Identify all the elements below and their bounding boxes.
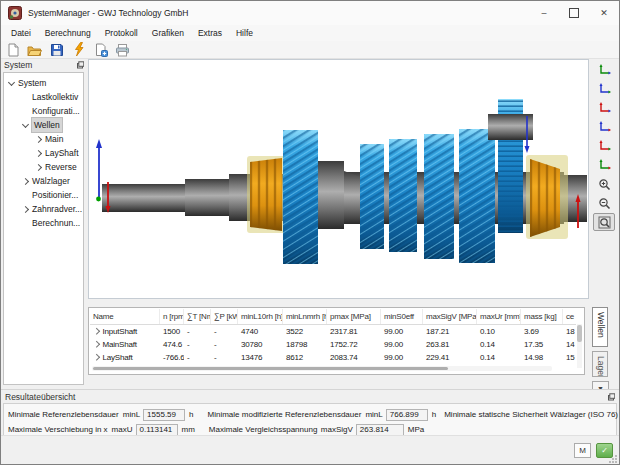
gear-3[interactable] [389,139,417,252]
axis-view-icon [598,159,611,171]
scrollbar-thumb[interactable] [577,325,582,342]
gear-large[interactable] [283,130,318,264]
menu-extras[interactable]: Extras [191,26,229,40]
row-expander-icon[interactable] [93,341,99,347]
open-file-button[interactable] [26,42,43,57]
table-row-layshaft[interactable]: LayShaft -766.67 - - 13476 8612 2083.74 … [90,351,576,364]
min-mod-referenzlebensdauer-value: 766.899 [386,409,428,421]
dock-pin-icon[interactable] [607,393,615,401]
expander-icon[interactable] [35,135,42,142]
column-header[interactable]: ce [563,309,576,324]
save-icon [50,43,64,57]
expander-icon[interactable] [35,149,42,156]
minimize-button[interactable]: – [529,1,559,25]
table-header-row: Name n [rpm] ∑T [Nm] ∑P [kW] minL10rh [h… [90,309,576,325]
axis-view-icon [598,64,611,76]
field-unit: mm [182,425,195,434]
system-tree: System Lastkollektiv Konfigurati... Well… [3,72,84,385]
tree-item-lastkollektiv[interactable]: Lastkollektiv [4,90,83,104]
resize-grip[interactable] [609,454,618,463]
menu-datei[interactable]: Datei [4,26,38,40]
scrollbar-thumb[interactable] [93,367,448,370]
lightning-icon [72,42,86,57]
column-header[interactable]: Name [90,309,160,324]
menu-hilfe[interactable]: Hilfe [229,26,260,40]
menu-protokoll[interactable]: Protokoll [98,26,145,40]
column-header[interactable]: minS0eff [381,309,423,324]
tree-item-positionierung[interactable]: Positionier... [4,188,83,202]
new-document-button[interactable] [4,42,21,57]
view-orientation-6-button[interactable] [593,156,615,174]
print-button[interactable] [114,42,131,57]
tree-item-system[interactable]: System [4,76,83,90]
menu-berechnung[interactable]: Berechnung [38,26,98,40]
save-button[interactable] [48,42,65,57]
column-header[interactable]: pmax [MPa] [327,309,381,324]
tree-item-konfiguration[interactable]: Konfigurati... [4,104,83,118]
view-orientation-2-button[interactable] [593,80,615,98]
zoom-fit-button[interactable] [593,213,615,231]
max-vergleichsspannung-value: 263.814 [356,424,404,436]
system-panel-title: System [4,60,32,70]
gear-4[interactable] [424,134,454,259]
table-vertical-scrollbar[interactable] [577,324,582,368]
column-header[interactable]: n [rpm] [160,309,184,324]
mode-button[interactable]: M [574,443,591,458]
gear-5[interactable] [459,129,495,263]
column-header[interactable]: maxSigV [MPa] [423,309,477,324]
tree-item-berechnung[interactable]: Berechnun... [4,216,83,230]
zoom-in-button[interactable] [593,175,615,193]
report-button[interactable] [92,42,109,57]
window-title: SystemManager - GWJ Technology GmbH [28,8,188,18]
expander-icon[interactable] [35,163,42,170]
view-orientation-3-button[interactable] [593,99,615,117]
table-row-mainshaft[interactable]: MainShaft 474.6 - - 30780 18798 1752.72 … [90,338,576,351]
gear-2[interactable] [360,144,384,249]
expander-icon[interactable] [22,205,29,212]
tree-item-layshaft[interactable]: LayShaft [4,146,83,160]
dock-pin-icon[interactable] [76,61,84,69]
column-header[interactable]: maxUr [mm] [477,309,521,324]
table-row-inputshaft[interactable]: InputShaft 1500 - - 4740 3522 2317.81 99… [90,325,576,338]
system-panel: System System Lastkollektiv Konfigurati.… [1,58,87,388]
bearing-left[interactable] [247,156,289,233]
tree-item-main[interactable]: Main [4,132,83,146]
column-header[interactable]: mass [kg] [521,309,563,324]
row-expander-icon[interactable] [93,354,99,360]
menu-grafiken[interactable]: Grafiken [145,26,191,40]
close-button[interactable]: ✕ [589,1,619,25]
field-unit: h [432,410,436,419]
tree-item-reverse[interactable]: Reverse [4,160,83,174]
column-header[interactable]: ∑P [kW] [211,309,238,324]
view-orientation-1-button[interactable] [593,61,615,79]
maximize-button[interactable] [559,1,589,25]
view-orientation-5-button[interactable] [593,137,615,155]
field-label: Minimale statische Sicherheit Wälzlager … [444,410,618,419]
3d-viewport[interactable] [88,59,589,299]
column-header[interactable]: minL10rh [h] [238,309,283,324]
tree-item-waelzlager[interactable]: Wälzlager [4,174,83,188]
results-panel: Resultateübersicht Minimale Referenzlebe… [1,389,619,436]
field-symbol: minL [123,410,140,419]
app-window: SystemManager - GWJ Technology GmbH – ✕ … [0,0,620,465]
tab-lager[interactable]: Lager [592,351,608,377]
view-orientation-4-button[interactable] [593,118,615,136]
zoom-out-button[interactable] [593,194,615,212]
tree-item-zahnradverbindung[interactable]: Zahnradver... [4,202,83,216]
column-header[interactable]: minLnmrh [h] [283,309,327,324]
row-expander-icon[interactable] [93,328,99,334]
result-side-tabs: Wellen Lager ▼ [592,307,618,395]
expander-icon[interactable] [8,78,15,85]
table-horizontal-scrollbar[interactable] [92,366,552,371]
bearing-right[interactable] [526,155,568,239]
expander-icon[interactable] [22,120,29,127]
tree-item-wellen[interactable]: Wellen [4,118,83,132]
shaft-table: Name n [rpm] ∑T [Nm] ∑P [kW] minL10rh [h… [90,309,576,364]
main-toolbar [1,41,619,59]
field-label: Minimale modifizierte Referenzlebensdaue… [208,410,362,419]
zoom-out-icon [598,197,611,210]
column-header[interactable]: ∑T [Nm] [184,309,211,324]
tab-wellen[interactable]: Wellen [592,307,608,347]
expander-icon[interactable] [22,177,29,184]
calculate-button[interactable] [70,42,87,57]
